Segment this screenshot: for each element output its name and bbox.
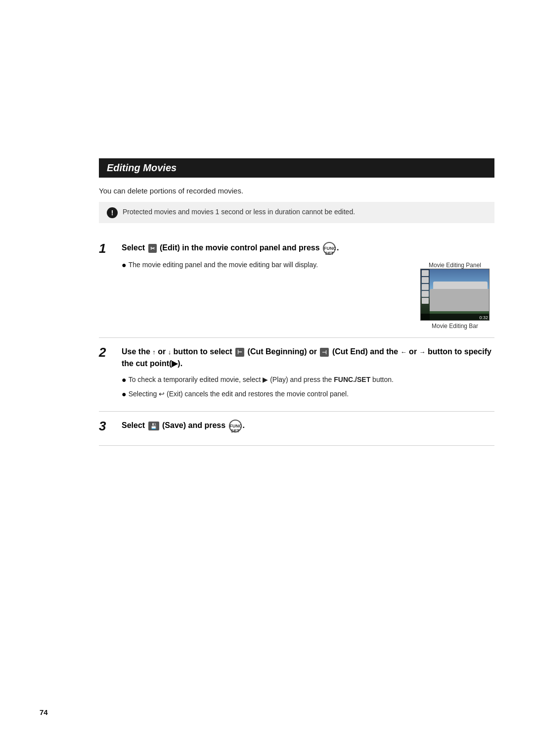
top-space (99, 30, 494, 158)
camera-screen (421, 269, 490, 321)
step-3-title: Select 💾 (Save) and press FUNCSET. (122, 420, 494, 432)
step-2-body: ● To check a temporarily edited movie, s… (122, 375, 494, 403)
sidebar-btn-4 (422, 291, 429, 297)
train-body (430, 289, 490, 311)
func-set-btn-1: FUNCSET (323, 242, 336, 255)
page-number: 74 (40, 708, 48, 716)
step-3: 3 Select 💾 (Save) and press FUNCSET. (99, 412, 494, 446)
camera-sidebar (421, 269, 430, 321)
step-2-title-suffix: button to specify the cut point(▶). (122, 347, 491, 368)
step-2-content: Use the ↑ or ↓ button to select ⊢ (Cut B… (122, 346, 494, 403)
intro-text: You can delete portions of recorded movi… (99, 187, 494, 195)
section-title: Editing Movies (99, 158, 494, 178)
up-arrow: ↑ (152, 347, 156, 357)
warning-icon: ! (107, 207, 118, 218)
edit-icon: ✂ (148, 244, 157, 253)
down-arrow: ↓ (168, 347, 172, 357)
sidebar-btn-1 (422, 270, 429, 276)
bullet-dot-2a: ● (122, 374, 127, 386)
sidebar-btn-5 (422, 298, 429, 304)
step-2-number: 2 (99, 345, 117, 403)
movie-editing-image (420, 269, 490, 321)
step-2-body-left: ● To check a temporarily edited movie, s… (122, 375, 494, 403)
step-1-number: 1 (99, 241, 117, 330)
cut-beginning-icon: ⊢ (235, 348, 244, 357)
bullet-dot: ● (122, 259, 127, 271)
step-1-title: Select ✂ (Edit) in the movie control pan… (122, 242, 494, 255)
step-2-bullet-2: ● Selecting ↩ (Exit) cancels the edit an… (122, 389, 494, 400)
left-arrow: ← (400, 347, 407, 357)
image-caption-bottom: Movie Editing Bar (432, 323, 478, 330)
warning-box: ! Protected movies and movies 1 second o… (99, 202, 494, 223)
save-icon: 💾 (148, 422, 159, 431)
sidebar-btn-3 (422, 284, 429, 290)
step-1-content: Select ✂ (Edit) in the movie control pan… (122, 242, 494, 330)
func-set-btn-3: FUNCSET (229, 420, 242, 432)
step-2-bullet-1-text: To check a temporarily edited movie, sel… (129, 375, 394, 386)
page: Editing Movies You can delete portions o… (0, 0, 534, 756)
warning-text: Protected movies and movies 1 second or … (123, 207, 355, 217)
image-caption-top: Movie Editing Panel (429, 262, 481, 269)
step-1-body-right: Movie Editing Panel (415, 260, 494, 330)
exit-icon: ↩ (159, 390, 165, 398)
bullet-dot-2b: ● (122, 388, 127, 400)
step-3-number: 3 (99, 419, 117, 437)
step-2: 2 Use the ↑ or ↓ button to select ⊢ (Cut… (99, 338, 494, 412)
step-1: 1 Select ✂ (Edit) in the movie control p… (99, 234, 494, 338)
cut-end-icon: ⊣ (320, 348, 329, 357)
right-arrow: → (419, 347, 426, 357)
steps-container: 1 Select ✂ (Edit) in the movie control p… (99, 234, 494, 446)
step-1-body-left: ● The movie editing panel and the movie … (122, 260, 405, 330)
step-1-bullet-1: ● The movie editing panel and the movie … (122, 260, 405, 271)
sidebar-btn-2 (422, 277, 429, 283)
step-2-bullet-2-text: Selecting ↩ (Exit) cancels the edit and … (129, 389, 349, 400)
step-3-content: Select 💾 (Save) and press FUNCSET. (122, 420, 494, 437)
step-2-bullet-1: ● To check a temporarily edited movie, s… (122, 375, 494, 386)
step-2-title: Use the ↑ or ↓ button to select ⊢ (Cut B… (122, 346, 494, 370)
step-1-bullet-1-text: The movie editing panel and the movie ed… (129, 260, 318, 271)
step-1-body: ● The movie editing panel and the movie … (122, 260, 494, 330)
